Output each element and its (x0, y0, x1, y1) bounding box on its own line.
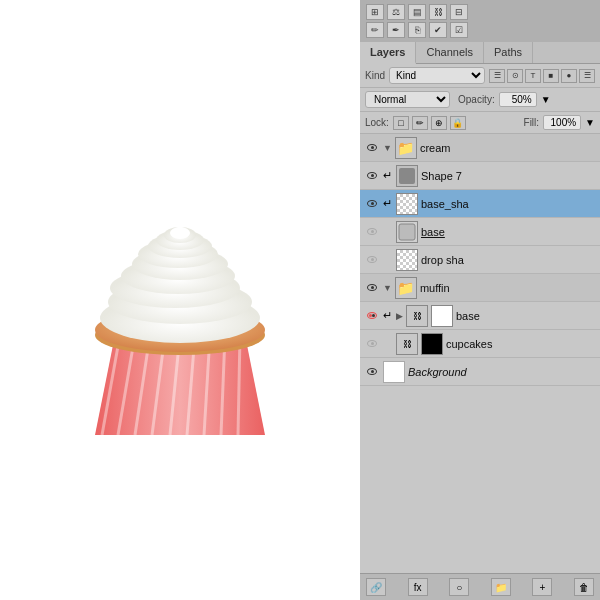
svg-rect-24 (399, 224, 415, 240)
thumb-cupcakes-chain: ⛓ (396, 333, 418, 355)
blend-opacity-row: Normal Opacity: ▼ (360, 88, 600, 112)
cream-group-name: cream (420, 142, 596, 154)
expand-base-group[interactable]: ▶ (396, 311, 403, 321)
grid-icon[interactable]: ⊞ (366, 4, 384, 20)
opacity-label: Opacity: (458, 94, 495, 105)
indent-shape7: ↵ (383, 169, 393, 182)
layer-base-sha[interactable]: ↵ base_sha (360, 190, 600, 218)
filter-type-icon[interactable]: T (525, 69, 541, 83)
thumb-base-group-mask (431, 305, 453, 327)
fill-arrow[interactable]: ▼ (585, 117, 595, 128)
thumb-base (396, 221, 418, 243)
layers-panel: ⊞ ⚖ ▤ ⛓ ⊟ ✏ ✒ ⎘ ✔ ☑ Layers Channels Path… (360, 0, 600, 600)
canvas-area (0, 0, 360, 600)
lock-icons: □ ✏ ⊕ 🔒 (393, 116, 466, 130)
lock-row: Lock: □ ✏ ⊕ 🔒 Fill: ▼ (360, 112, 600, 134)
link-icon[interactable]: ⛓ (429, 4, 447, 20)
opacity-input[interactable] (499, 92, 537, 107)
svg-point-22 (174, 227, 186, 235)
eye-cupcakes[interactable] (364, 336, 380, 352)
new-layer-icon[interactable]: + (532, 578, 552, 596)
svg-line-8 (238, 335, 240, 435)
toolbar-row-1: ⊞ ⚖ ▤ ⛓ ⊟ (366, 4, 594, 20)
layer-background[interactable]: Background (360, 358, 600, 386)
lock-position-icon[interactable]: ⊕ (431, 116, 447, 130)
eye-base[interactable] (364, 224, 380, 240)
base-sha-name: base_sha (421, 198, 596, 210)
eye-shape7[interactable] (364, 168, 380, 184)
base-group-name: base (456, 310, 596, 322)
thumb-base-group-chain: ⛓ (406, 305, 428, 327)
lock-pixels-icon[interactable]: ✏ (412, 116, 428, 130)
lock-label: Lock: (365, 117, 389, 128)
add-style-icon[interactable]: fx (408, 578, 428, 596)
balance-icon[interactable]: ⚖ (387, 4, 405, 20)
add-mask-icon[interactable]: ○ (449, 578, 469, 596)
thumb-cream-group: 📁 (395, 137, 417, 159)
cupcake-illustration (40, 140, 320, 460)
link-layers-icon[interactable]: 🔗 (366, 578, 386, 596)
drop-sha-name: drop sha (421, 254, 596, 266)
filter-toggle-icon[interactable]: ☰ (579, 69, 595, 83)
thumb-drop-sha (396, 249, 418, 271)
eye-muffin-group[interactable] (364, 280, 380, 296)
top-toolbar: ⊞ ⚖ ▤ ⛓ ⊟ ✏ ✒ ⎘ ✔ ☑ (360, 0, 600, 42)
lock-transparent-icon[interactable]: □ (393, 116, 409, 130)
thumb-muffin-group: 📁 (395, 277, 417, 299)
filter-select[interactable]: Kind (389, 67, 485, 84)
opacity-arrow[interactable]: ▼ (541, 94, 551, 105)
thumb-base-sha (396, 193, 418, 215)
base-name: base (421, 226, 596, 238)
layer-drop-sha[interactable]: drop sha (360, 246, 600, 274)
eye-cream-group[interactable] (364, 140, 380, 156)
fill-label: Fill: (524, 117, 540, 128)
indent-base-group: ↵ (383, 309, 393, 322)
eye-background[interactable] (364, 364, 380, 380)
thumb-shape7 (396, 165, 418, 187)
svg-rect-23 (399, 168, 415, 184)
eye-drop-sha[interactable] (364, 252, 380, 268)
filter-row: Kind Kind ☰ ⊙ T ■ ● ☰ (360, 64, 600, 88)
filter-smart-icon[interactable]: ● (561, 69, 577, 83)
indent-base-sha: ↵ (383, 197, 393, 210)
filter-shape-icon[interactable]: ■ (543, 69, 559, 83)
tab-channels[interactable]: Channels (416, 42, 483, 63)
thumb-background (383, 361, 405, 383)
lock-all-icon[interactable]: 🔒 (450, 116, 466, 130)
grid2-icon[interactable]: ⊟ (450, 4, 468, 20)
expand-muffin-group[interactable]: ▼ (383, 283, 392, 293)
check2-icon[interactable]: ☑ (450, 22, 468, 38)
new-group-icon[interactable]: 📁 (491, 578, 511, 596)
panel-tabs: Layers Channels Paths (360, 42, 600, 64)
cupcakes-name: cupcakes (446, 338, 596, 350)
check-icon[interactable]: ✔ (429, 22, 447, 38)
layer-cupcakes[interactable]: ⛓ cupcakes (360, 330, 600, 358)
fill-input[interactable] (543, 115, 581, 130)
delete-layer-icon[interactable]: 🗑 (574, 578, 594, 596)
bottom-toolbar: 🔗 fx ○ 📁 + 🗑 (360, 573, 600, 600)
brush-icon[interactable]: ✏ (366, 22, 384, 38)
filter-icons: ☰ ⊙ T ■ ● ☰ (489, 69, 595, 83)
eye-base-group[interactable] (364, 308, 380, 324)
toolbar-row-2: ✏ ✒ ⎘ ✔ ☑ (366, 22, 594, 38)
layers-list: ▼ 📁 cream ↵ Shape 7 ↵ base_sha (360, 134, 600, 573)
layer-base-group[interactable]: ↵ ▶ ⛓ base (360, 302, 600, 330)
thumb-cupcakes-mask (421, 333, 443, 355)
expand-cream-group[interactable]: ▼ (383, 143, 392, 153)
blend-mode-select[interactable]: Normal (365, 91, 450, 108)
background-name: Background (408, 366, 596, 378)
eye-base-sha[interactable] (364, 196, 380, 212)
layer-cream-group[interactable]: ▼ 📁 cream (360, 134, 600, 162)
filter-label: Kind (365, 70, 385, 81)
layer-muffin-group[interactable]: ▼ 📁 muffin (360, 274, 600, 302)
layer-stack-icon[interactable]: ▤ (408, 4, 426, 20)
shape7-name: Shape 7 (421, 170, 596, 182)
tab-layers[interactable]: Layers (360, 42, 416, 64)
layer-shape7[interactable]: ↵ Shape 7 (360, 162, 600, 190)
layer-base[interactable]: base (360, 218, 600, 246)
tab-paths[interactable]: Paths (484, 42, 533, 63)
pen-icon[interactable]: ✒ (387, 22, 405, 38)
clone-icon[interactable]: ⎘ (408, 22, 426, 38)
filter-pixel-icon[interactable]: ☰ (489, 69, 505, 83)
filter-adjust-icon[interactable]: ⊙ (507, 69, 523, 83)
